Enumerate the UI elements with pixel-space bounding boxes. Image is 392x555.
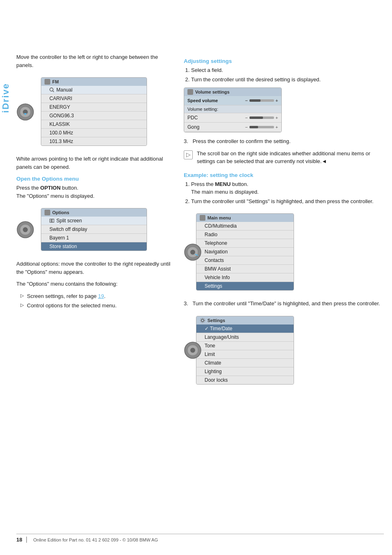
page-19-link[interactable]: 19 [98, 293, 104, 299]
bar-track-gong [249, 126, 274, 128]
fm-row-100: 100.0 MHz [41, 129, 147, 137]
fm-title-text: FM [52, 79, 59, 84]
example-heading: Example: setting the clock [184, 172, 384, 178]
settings-screen-body: ✓ Time/Date Language/Units Tone Limit Cl… [196, 324, 294, 384]
page: iDrive Move the controller to the left o… [0, 0, 392, 555]
scroll-note: ▷ The scroll bar on the right side indic… [184, 150, 384, 166]
speed-volume-row: Speed volume − + [184, 96, 281, 105]
gong-minus: − [245, 125, 247, 130]
main-menu-controller-icon [184, 243, 202, 262]
main-menu-icon [200, 215, 205, 221]
right-column: Adjusting settings Select a field. Turn … [184, 53, 384, 394]
options-row-bayern: Bayern 1 [41, 234, 147, 242]
contains-text: The "Options" menu contains the followin… [16, 280, 172, 288]
idrive-text: iDrive [0, 83, 11, 113]
options-title-text: Options [52, 210, 69, 215]
settings-controller-icon [184, 341, 202, 360]
options-heading: Open the Options menu [16, 176, 172, 182]
options-row-split: Split screen [41, 217, 147, 225]
options-para2: The "Options" menu is displayed. [16, 193, 94, 199]
bar-track-speed [249, 99, 274, 102]
speed-volume-bar: − + [245, 98, 278, 103]
menu-row-bmw: BMW Assist [196, 265, 294, 273]
bar-track-pdc [249, 116, 274, 119]
additional-text: Additional options: move the controller … [16, 260, 172, 276]
settings-row-timedate: ✓ Time/Date [196, 324, 294, 333]
options-row-store: Store station [41, 242, 147, 251]
options-para1: Press the OPTION button. The "Options" m… [16, 184, 172, 200]
options-row-switchoff: Switch off display [41, 225, 147, 234]
gong-row: Gong − + [184, 123, 281, 132]
volume-setting-row: Volume setting: [184, 105, 281, 113]
split-screen-label: Split screen [56, 218, 82, 224]
settings-row-tone: Tone [196, 342, 294, 350]
fm-row-101: 101.3 MHz [41, 137, 147, 145]
main-menu-screen-body: CD/Multimedia Radio Telephone Navigation… [196, 222, 294, 290]
settings-row-lighting: Lighting [196, 367, 294, 376]
svg-point-20 [200, 318, 205, 322]
fm-screen: FM Manual CARIVARI ENERGY GONG96.3 KLASS… [41, 77, 147, 146]
volume-setting-label: Volume setting: [187, 107, 218, 112]
split-screen-icon [49, 218, 54, 223]
options-screen: Options Split screen Switch off display [41, 208, 147, 251]
adjusting-steps: Select a field. Turn the controller unti… [184, 66, 384, 83]
scroll-note-text: The scroll bar on the right side indicat… [197, 150, 370, 165]
plus-icon: + [276, 98, 278, 103]
options-controller-icon [16, 221, 35, 239]
settings-row-doorlocks: Door locks [196, 376, 294, 384]
svg-point-14 [190, 250, 195, 255]
gong-label: Gong [187, 124, 199, 130]
fm-icon [45, 79, 50, 85]
svg-rect-10 [52, 219, 54, 222]
settings-row-limit: Limit [196, 350, 294, 359]
step3-confirm: 3. Press the controller to confirm the s… [184, 137, 384, 145]
settings-row-climate: Climate [196, 359, 294, 367]
speed-volume-label: Speed volume [187, 98, 218, 103]
volume-title-bar: Volume settings [184, 88, 281, 96]
bullet-item-1: Screen settings, refer to page 19. [20, 292, 172, 300]
adjust-step-2: Turn the controller until the desired se… [191, 76, 384, 84]
scroll-indicator-icon: ▷ [184, 150, 193, 159]
menu-row-telephone: Telephone [196, 239, 294, 248]
menu-row-settings: Settings [196, 282, 294, 290]
options-title-bar: Options [41, 208, 147, 217]
main-menu-mockup-wrapper: Main menu CD/Multimedia Radio Telephone … [184, 209, 384, 295]
minus-icon: − [245, 98, 247, 103]
menu-row-contacts: Contacts [196, 256, 294, 265]
arrows-text: White arrows pointing to the left or rig… [16, 155, 172, 171]
example-steps: Press the MENU button. The main menu is … [184, 180, 384, 206]
fm-row-gong: GONG96.3 [41, 112, 147, 120]
options-icon [45, 210, 50, 215]
settings-title-bar: Settings [196, 316, 294, 324]
settings-row-language: Language/Units [196, 333, 294, 342]
main-menu-title-bar: Main menu [196, 214, 294, 222]
fm-mockup-wrapper: FM Manual CARIVARI ENERGY GONG96.3 KLASS… [16, 73, 172, 151]
gong-bar: − + [245, 125, 278, 130]
menu-row-vehicle: Vehicle Info [196, 273, 294, 282]
main-menu-title-text: Main menu [207, 215, 231, 220]
example-step-1-sub: The main menu is displayed. [191, 189, 258, 195]
svg-point-18 [190, 348, 195, 353]
example-step-2: Turn the controller until "Settings" is … [191, 197, 384, 206]
step3-timedate: 3. Turn the controller until "Time/Date"… [184, 300, 384, 308]
fm-screen-body: Manual CARIVARI ENERGY GONG96.3 KLASSIK … [41, 86, 147, 145]
page-number: 18 [16, 537, 27, 543]
options-screen-body: Split screen Switch off display Bayern 1… [41, 217, 147, 251]
fm-row-energy: ENERGY [41, 103, 147, 112]
fm-row-carivari: CARIVARI [41, 94, 147, 103]
example-step-1: Press the MENU button. The main menu is … [191, 180, 384, 196]
adjusting-heading: Adjusting settings [184, 58, 384, 64]
controller-icon [16, 103, 35, 121]
footer-text: Online Edition for Part no. 01 41 2 602 … [33, 537, 158, 542]
footer: 18 Online Edition for Part no. 01 41 2 6… [16, 534, 384, 543]
volume-screen-body: Speed volume − + Volume setting: PDC [184, 96, 281, 132]
pdc-label: PDC [187, 115, 198, 121]
options-bullet-list: Screen settings, refer to page 19. Contr… [16, 292, 172, 310]
settings-screen: Settings ✓ Time/Date Language/Units Tone… [196, 316, 294, 385]
gear-icon [200, 318, 205, 323]
pdc-minus: − [245, 115, 247, 120]
fm-row-manual: Manual [41, 86, 147, 94]
settings-title-text: Settings [207, 318, 225, 323]
options-mockup-wrapper: Options Split screen Switch off display [16, 204, 172, 256]
menu-row-radio: Radio [196, 231, 294, 239]
